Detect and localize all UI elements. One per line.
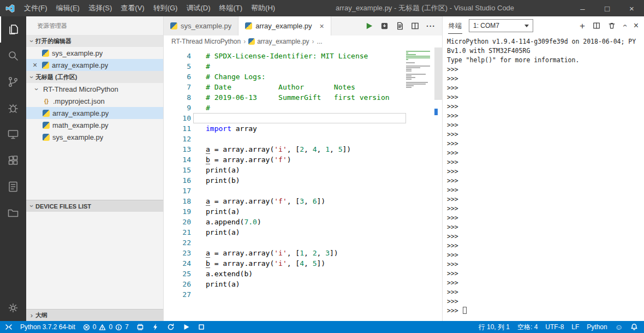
download-to-device-icon[interactable]	[380, 22, 389, 30]
terminal-output[interactable]: MicroPython v1.9.4-114-g309fe39d on 2018…	[443, 35, 644, 321]
menu-item-7[interactable]: 帮助(H)	[247, 0, 279, 16]
code-line[interactable]: 26print(a)	[164, 279, 442, 289]
minimize-button[interactable]: –	[570, 0, 595, 16]
breadcrumb-item[interactable]: RT-Thread MicroPython	[171, 38, 241, 45]
code-line[interactable]: 19print(a)	[164, 206, 442, 217]
code-line[interactable]: 11import array	[164, 123, 442, 134]
status-board[interactable]	[133, 321, 148, 333]
settings-icon[interactable]	[0, 295, 26, 321]
device-files-header[interactable]: › DEVICE FILES LIST	[26, 200, 163, 212]
status-cursor-position[interactable]: 行 10, 列 1	[475, 321, 514, 333]
status-eol[interactable]: LF	[568, 321, 583, 333]
code-line[interactable]: 27	[164, 289, 442, 300]
menu-item-4[interactable]: 转到(G)	[149, 0, 182, 16]
tab-array-example-py[interactable]: array_example.py×	[238, 16, 331, 35]
kill-terminal-icon[interactable]	[608, 22, 616, 29]
json-file-icon: {}	[43, 98, 50, 104]
activity-search-icon[interactable]	[0, 43, 26, 69]
code-line[interactable]: 25a.extend(b)	[164, 269, 442, 279]
code-line[interactable]: 7# Date Author Notes	[164, 82, 442, 92]
code-line[interactable]: 9#	[164, 103, 442, 113]
menu-item-1[interactable]: 编辑(E)	[52, 0, 84, 16]
workspace-header[interactable]: › 无标题 (工作区)	[26, 71, 163, 83]
minimap-line	[406, 82, 428, 83]
code-line[interactable]: 8# 2019-06-13 SummerGift first version	[164, 92, 442, 103]
tree-file-item[interactable]: sys_example.py	[26, 131, 163, 143]
close-editor-icon[interactable]: ×	[31, 61, 39, 69]
editor-scrollbar[interactable]	[433, 47, 442, 321]
code-line[interactable]: 4# SPDX-License-Identifier: MIT License	[164, 51, 442, 61]
split-terminal-icon[interactable]	[593, 22, 600, 29]
tree-folder-item[interactable]: ›RT-Thread MicroPython	[26, 83, 163, 95]
close-panel-icon[interactable]: ×	[634, 21, 639, 30]
code-line[interactable]: 17	[164, 186, 442, 196]
code-line[interactable]: 20a.append(7.0)	[164, 217, 442, 227]
more-actions-icon[interactable]: ···	[426, 22, 436, 31]
status-notifications[interactable]	[627, 321, 642, 333]
code-line[interactable]: 23a = array.array('i', [1, 2, 3])	[164, 248, 442, 258]
menu-item-6[interactable]: 终端(T)	[214, 0, 247, 16]
code-line[interactable]: 13a = array.array('i', [2, 4, 1, 5])	[164, 144, 442, 154]
status-run[interactable]	[178, 321, 194, 333]
code-line[interactable]: 5#	[164, 61, 442, 72]
maximize-button[interactable]: □	[595, 0, 619, 16]
status-python-version[interactable]: Python 3.7.2 64-bit	[16, 321, 79, 333]
menu-item-5[interactable]: 调试(D)	[182, 0, 214, 16]
terminal-instance-dropdown[interactable]: 1: COM7	[469, 19, 533, 32]
code-token: 'i'	[274, 145, 287, 153]
new-terminal-icon[interactable]: +	[580, 21, 585, 31]
status-stop[interactable]	[194, 321, 209, 333]
code-line[interactable]: 12	[164, 134, 442, 144]
close-window-button[interactable]: ×	[619, 0, 644, 16]
menu-item-0[interactable]: 文件(F)	[20, 0, 52, 16]
code-line[interactable]: 14b = array.array('f')	[164, 154, 442, 165]
warning-count-icon	[99, 324, 106, 331]
close-tab-icon[interactable]: ×	[320, 22, 324, 31]
activity-files-folder-icon[interactable]	[0, 200, 26, 226]
tree-file-item[interactable]: array_example.py	[26, 107, 163, 119]
status-indentation[interactable]: 空格: 4	[514, 321, 541, 333]
status-feedback[interactable]: ☺	[611, 321, 627, 333]
info-count: 7	[125, 323, 129, 331]
code-line[interactable]: 22	[164, 237, 442, 248]
line-number: 15	[164, 165, 191, 175]
activity-explorer-icon[interactable]	[0, 16, 26, 43]
activity-debug-icon[interactable]	[0, 95, 26, 121]
tree-file-item[interactable]: {}.mpyproject.json	[26, 95, 163, 107]
activity-device-monitor-icon[interactable]	[0, 121, 26, 147]
code-line[interactable]: 16print(b)	[164, 175, 442, 186]
activity-extensions-icon[interactable]	[0, 147, 26, 174]
split-editor-icon[interactable]	[411, 22, 419, 30]
code-line[interactable]: 21print(a)	[164, 227, 442, 237]
open-editors-header[interactable]: › 打开的编辑器	[26, 35, 163, 47]
status-flash[interactable]	[148, 321, 163, 333]
status-problems[interactable]: 007	[79, 321, 133, 333]
status-language[interactable]: Python	[583, 321, 611, 333]
activity-notes-icon[interactable]	[0, 174, 26, 200]
outline-header[interactable]: › 大纲	[26, 309, 163, 321]
maximize-panel-icon[interactable]: ›	[620, 25, 629, 27]
code-line[interactable]: 6# Change Logs:	[164, 72, 442, 82]
tab-sys-example-py[interactable]: sys_example.py	[164, 16, 238, 35]
open-editor-item[interactable]: ×array_example.py	[26, 59, 163, 71]
breadcrumb-item[interactable]: array_example.py	[248, 38, 309, 45]
open-editor-item[interactable]: sys_example.py	[26, 47, 163, 59]
open-document-icon[interactable]	[396, 22, 404, 30]
menu-item-2[interactable]: 选择(S)	[84, 0, 116, 16]
breadcrumb-item[interactable]: ...	[317, 38, 323, 45]
tab-terminal[interactable]: 终端	[448, 17, 462, 34]
minimap[interactable]	[406, 51, 432, 90]
code-line[interactable]: 24b = array.array('i', [4, 5])	[164, 258, 442, 269]
activity-source-control-icon[interactable]	[0, 69, 26, 95]
run-file-icon[interactable]	[365, 22, 373, 30]
code-line[interactable]: 18a = array.array('f', [3, 6])	[164, 196, 442, 206]
menu-item-3[interactable]: 查看(V)	[116, 0, 148, 16]
code-line[interactable]: 10	[164, 113, 442, 123]
scrollbar-thumb[interactable]	[434, 47, 442, 100]
code-editor[interactable]: 4# SPDX-License-Identifier: MIT License5…	[164, 47, 442, 321]
tree-file-item[interactable]: math_example.py	[26, 119, 163, 131]
status-encoding[interactable]: UTF-8	[541, 321, 568, 333]
status-remote[interactable]	[1, 321, 16, 333]
status-sync[interactable]	[163, 321, 178, 333]
code-line[interactable]: 15print(a)	[164, 165, 442, 175]
